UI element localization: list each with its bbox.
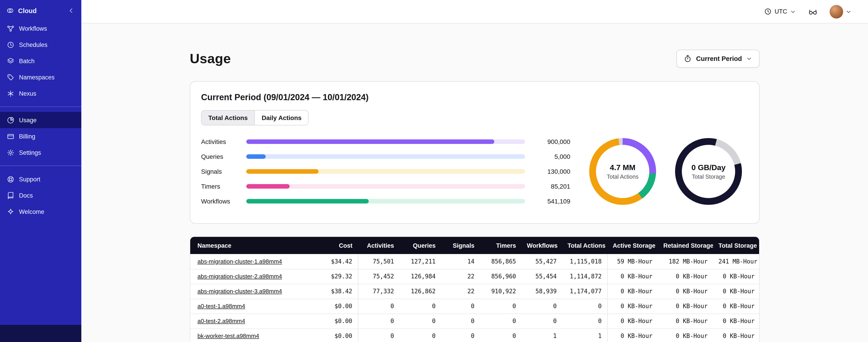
donut-value: 4.7 MM bbox=[610, 163, 635, 172]
sidebar-nav-help: SupportDocsWelcome bbox=[0, 170, 81, 221]
value-cell: 127,211 bbox=[399, 254, 441, 269]
period-selector-label: Current Period bbox=[696, 55, 742, 62]
bar-value: 541,109 bbox=[531, 198, 570, 205]
sidebar-item-usage[interactable]: Usage bbox=[0, 112, 81, 128]
period-selector-button[interactable]: Current Period bbox=[677, 49, 760, 68]
page-header: Usage Current Period bbox=[190, 49, 760, 68]
column-header-timers: Timers bbox=[480, 237, 521, 254]
sidebar-item-billing[interactable]: Billing bbox=[0, 128, 81, 144]
docs-icon bbox=[7, 192, 14, 199]
namespace-link[interactable]: abs-migration-cluster-3.a98mm4 bbox=[197, 288, 282, 295]
bar-row-queries: Queries5,000 bbox=[201, 153, 570, 160]
clock-icon bbox=[764, 8, 772, 15]
table-row: bk-worker-test.a98mm4$0.000000110 KB-Hou… bbox=[190, 329, 760, 342]
bar-track bbox=[246, 139, 525, 144]
value-cell: 0 KB-Hour bbox=[713, 299, 760, 314]
value-cell: $29.32 bbox=[317, 269, 358, 284]
bar-track bbox=[246, 169, 525, 174]
settings-icon bbox=[7, 149, 14, 156]
value-cell: 0 KB-Hour bbox=[658, 269, 713, 284]
value-cell: 75,501 bbox=[358, 254, 399, 269]
value-cell: 0 KB-Hour bbox=[607, 314, 658, 329]
sidebar-item-docs[interactable]: Docs bbox=[0, 187, 81, 204]
value-cell: 856,865 bbox=[480, 254, 521, 269]
glasses-icon[interactable] bbox=[808, 6, 818, 16]
value-cell: 0 KB-Hour bbox=[713, 314, 760, 329]
value-cell: 0 bbox=[358, 314, 399, 329]
namespace-link[interactable]: a0-test-2.a98mm4 bbox=[197, 318, 245, 324]
value-cell: 0 KB-Hour bbox=[607, 269, 658, 284]
value-cell: 77,332 bbox=[358, 284, 399, 299]
value-cell: $0.00 bbox=[317, 299, 358, 314]
value-cell: 1 bbox=[562, 329, 607, 342]
value-cell: 0 KB-Hour bbox=[607, 284, 658, 299]
total-storage-donut: 0 GB/Day Total Storage bbox=[675, 138, 742, 205]
value-cell: 0 bbox=[399, 299, 441, 314]
sidebar-divider bbox=[0, 106, 81, 107]
value-cell: 0 bbox=[521, 314, 562, 329]
table-row: abs-migration-cluster-3.a98mm4$38.4277,3… bbox=[190, 284, 760, 299]
sidebar-item-namespaces[interactable]: Namespaces bbox=[0, 69, 81, 85]
value-cell: 55,427 bbox=[521, 254, 562, 269]
value-cell: 1 bbox=[521, 329, 562, 342]
sidebar-collapse-icon[interactable] bbox=[67, 7, 75, 14]
sidebar-item-settings[interactable]: Settings bbox=[0, 144, 81, 161]
page-title: Usage bbox=[190, 51, 231, 66]
bar-fill bbox=[246, 154, 266, 159]
column-header-retained-storage: Retained Storage bbox=[658, 237, 713, 254]
value-cell: 0 bbox=[441, 314, 480, 329]
bar-row-activities: Activities900,000 bbox=[201, 138, 570, 145]
bar-fill bbox=[246, 139, 494, 144]
namespace-link[interactable]: a0-test-1.a98mm4 bbox=[197, 303, 245, 309]
schedules-icon bbox=[7, 41, 14, 48]
account-menu[interactable] bbox=[830, 5, 852, 18]
sidebar-item-workflows[interactable]: Workflows bbox=[0, 20, 81, 37]
donut-value: 0 GB/Day bbox=[691, 163, 725, 172]
bar-fill bbox=[246, 169, 319, 174]
sidebar-item-welcome[interactable]: Welcome bbox=[0, 204, 81, 220]
namespace-link[interactable]: abs-migration-cluster-2.a98mm4 bbox=[197, 273, 282, 280]
sidebar-item-support[interactable]: Support bbox=[0, 171, 81, 187]
timezone-selector[interactable]: UTC bbox=[764, 8, 796, 15]
value-cell: 75,452 bbox=[358, 269, 399, 284]
app-root: Cloud WorkflowsSchedulesBatchNamespacesN… bbox=[0, 0, 868, 342]
namespace-cell: bk-worker-test.a98mm4 bbox=[190, 329, 317, 342]
sidebar-item-batch[interactable]: Batch bbox=[0, 53, 81, 69]
sidebar-footer bbox=[0, 325, 81, 342]
sidebar-item-nexus[interactable]: Nexus bbox=[0, 85, 81, 102]
welcome-icon bbox=[7, 208, 14, 215]
main-area: UTC Usage bbox=[81, 0, 868, 342]
value-cell: 59 MB-Hour bbox=[607, 254, 658, 269]
column-header-workflows: Workflows bbox=[521, 237, 562, 254]
namespace-cell: a0-test-1.a98mm4 bbox=[190, 299, 317, 314]
value-cell: 0 bbox=[441, 329, 480, 342]
bar-row-signals: Signals130,000 bbox=[201, 168, 570, 175]
tab-total-actions[interactable]: Total Actions bbox=[202, 110, 254, 125]
support-icon bbox=[7, 175, 14, 183]
value-cell: 22 bbox=[441, 284, 480, 299]
total-actions-donut-ring: 4.7 MM Total Actions bbox=[589, 138, 656, 205]
namespace-cell: a0-test-2.a98mm4 bbox=[190, 314, 317, 329]
value-cell: 0 bbox=[399, 314, 441, 329]
value-cell: $0.00 bbox=[317, 329, 358, 342]
namespace-link[interactable]: bk-worker-test.a98mm4 bbox=[197, 333, 259, 340]
sidebar-item-schedules[interactable]: Schedules bbox=[0, 37, 81, 53]
value-cell: 14 bbox=[441, 254, 480, 269]
charts-area: Activities900,000Queries5,000Signals130,… bbox=[201, 138, 748, 205]
avatar[interactable] bbox=[830, 5, 843, 18]
column-header-active-storage: Active Storage bbox=[607, 237, 658, 254]
sidebar-item-label: Batch bbox=[19, 58, 35, 64]
namespace-link[interactable]: abs-migration-cluster-1.a98mm4 bbox=[197, 258, 282, 265]
value-cell: 58,939 bbox=[521, 284, 562, 299]
value-cell: 856,960 bbox=[480, 269, 521, 284]
cloud-logo-icon bbox=[6, 7, 14, 14]
value-cell: 0 KB-Hour bbox=[713, 269, 760, 284]
table-row: abs-migration-cluster-2.a98mm4$29.3275,4… bbox=[190, 269, 760, 284]
tab-daily-actions[interactable]: Daily Actions bbox=[254, 110, 308, 125]
value-cell: 0 KB-Hour bbox=[658, 314, 713, 329]
column-header-namespace: Namespace bbox=[190, 237, 317, 254]
value-cell: 1,174,077 bbox=[562, 284, 607, 299]
bar-track bbox=[246, 199, 525, 204]
usage-bar-chart: Activities900,000Queries5,000Signals130,… bbox=[201, 138, 570, 205]
sidebar-item-label: Welcome bbox=[19, 208, 44, 215]
